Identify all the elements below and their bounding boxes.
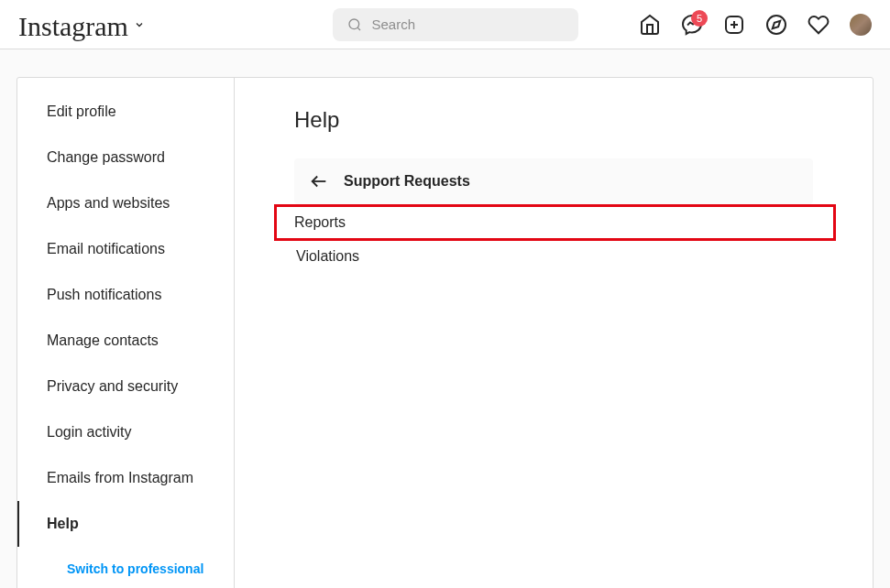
content-area: Help Support Requests Reports Violations (235, 78, 873, 588)
chevron-down-icon[interactable] (134, 19, 145, 30)
sidebar-item-login-activity[interactable]: Login activity (17, 409, 234, 455)
search-box[interactable] (333, 8, 578, 41)
profile-avatar[interactable] (850, 14, 872, 36)
avatar (850, 14, 872, 36)
explore-icon[interactable] (765, 14, 787, 36)
notification-badge: 5 (691, 10, 708, 27)
sidebar-item-emails-instagram[interactable]: Emails from Instagram (17, 455, 234, 501)
sidebar-item-change-password[interactable]: Change password (17, 135, 234, 180)
option-violations[interactable]: Violations (294, 241, 813, 272)
settings-sidebar: Edit profile Change password Apps and we… (17, 78, 235, 588)
search-container (333, 8, 578, 41)
section-header: Support Requests (294, 158, 813, 204)
back-arrow-icon[interactable] (309, 171, 329, 191)
sidebar-item-edit-profile[interactable]: Edit profile (17, 89, 234, 135)
svg-point-0 (349, 19, 359, 29)
settings-container: Edit profile Change password Apps and we… (16, 77, 874, 588)
sidebar-item-manage-contacts[interactable]: Manage contacts (17, 318, 234, 364)
sidebar-item-privacy-security[interactable]: Privacy and security (17, 364, 234, 409)
activity-icon[interactable] (808, 14, 830, 36)
instagram-logo[interactable]: Instagram (18, 11, 128, 42)
new-post-icon[interactable] (723, 14, 745, 36)
sidebar-item-apps-websites[interactable]: Apps and websites (17, 180, 234, 226)
option-reports[interactable]: Reports (274, 204, 836, 241)
topbar-left: Instagram (18, 7, 145, 42)
switch-professional-link[interactable]: Switch to professional (17, 547, 234, 588)
topbar-right: 5 (639, 14, 872, 36)
sidebar-item-push-notifications[interactable]: Push notifications (17, 272, 234, 318)
svg-point-5 (767, 16, 786, 34)
search-input[interactable] (371, 16, 564, 32)
sidebar-item-help[interactable]: Help (17, 501, 234, 547)
page-title: Help (294, 107, 813, 133)
section-title: Support Requests (344, 173, 470, 190)
svg-line-1 (358, 27, 361, 30)
home-icon[interactable] (639, 14, 661, 36)
search-icon (347, 17, 362, 32)
top-nav-bar: Instagram 5 (0, 0, 890, 49)
messenger-icon[interactable]: 5 (681, 14, 703, 36)
sidebar-item-email-notifications[interactable]: Email notifications (17, 226, 234, 272)
svg-marker-6 (773, 20, 780, 27)
